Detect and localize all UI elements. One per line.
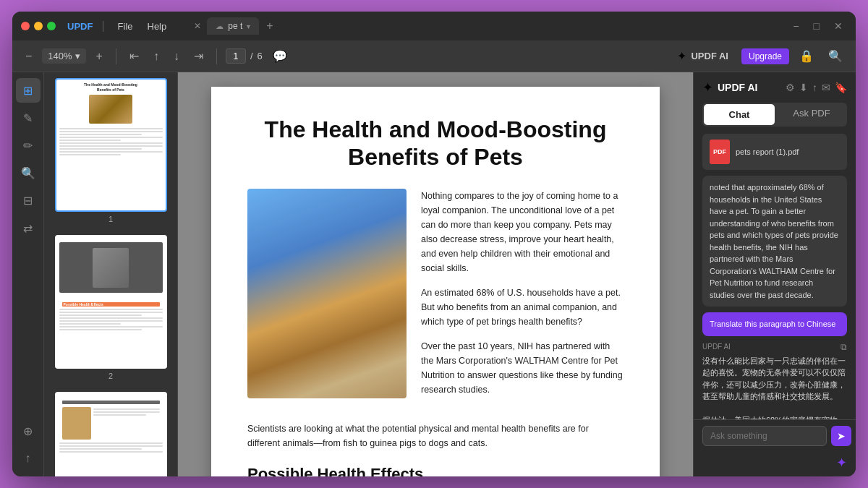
zoom-in-button[interactable]: + [92, 47, 107, 66]
window-controls: − □ ✕ [788, 19, 847, 33]
ai-file-name: pets report (1).pdf [736, 147, 799, 157]
page-total: 6 [258, 51, 263, 61]
ai-tabs: Chat Ask PDF [702, 103, 847, 127]
pdf-paragraph-3: Over the past 10 years, NIH has partnere… [421, 339, 624, 397]
toolbar-separator-2 [216, 48, 217, 64]
pdf-file-icon: PDF [710, 140, 730, 164]
thumbnail-page-2[interactable]: Possible Health Effects 2 [50, 235, 171, 380]
sidebar-tool-share[interactable]: ↑ [16, 446, 41, 471]
search-toolbar-icon[interactable]: 🔍 [824, 46, 847, 66]
ai-panel-header: ✦ UPDF AI ⚙ ⬇ ↑ ✉ 🔖 [694, 72, 856, 95]
minimize-button[interactable]: − [788, 19, 803, 33]
thumbnail-label-1: 1 [109, 215, 113, 223]
thumb-text-1 [56, 125, 166, 158]
thumb-title-1: The Health and Mood-BoostingBenefits of … [56, 80, 166, 93]
tab-close-button[interactable]: ✕ [191, 20, 204, 33]
thumbnail-img-3 [55, 392, 167, 476]
title-bar: UPDF | File Help ✕ ☁ pe t ▾ + − □ ✕ [12, 12, 856, 40]
toolbar-separator [116, 48, 116, 64]
sidebar-tool-convert[interactable]: ⇄ [16, 215, 41, 240]
tab-dropdown-icon[interactable]: ▾ [247, 22, 250, 30]
zoom-percent: 140% [48, 51, 72, 61]
upgrade-button[interactable]: Upgrade [741, 48, 789, 64]
page-separator: / [250, 51, 253, 61]
ai-message-bubble: noted that approximately 68% of househol… [702, 176, 847, 307]
ai-logo-text: UPDF AI [718, 82, 757, 93]
nav-last-button[interactable]: ⇥ [190, 46, 208, 66]
zoom-out-button[interactable]: − [21, 47, 36, 66]
pdf-page: The Health and Mood-Boosting Benefits of… [211, 87, 660, 476]
nav-prev-button[interactable]: ↑ [149, 47, 163, 66]
ai-user-bubble: Translate this paragraph to Chinese [702, 312, 847, 336]
ai-download-icon[interactable]: ⬇ [799, 82, 808, 93]
thumb-text-3 [56, 393, 166, 455]
maximize-window-button[interactable] [47, 22, 56, 30]
tab-area: ✕ ☁ pe t ▾ + [191, 17, 277, 35]
main-content: ⊞ ✎ ✏ 🔍 ⊟ ⇄ ⊕ ↑ The Health and Mood-Boos… [12, 72, 856, 476]
sidebar-tool-search[interactable]: 🔍 [16, 160, 41, 185]
title-divider: | [101, 20, 104, 33]
ai-input-field[interactable] [702, 426, 827, 446]
zoom-display[interactable]: 140% ▾ [42, 48, 85, 64]
traffic-lights [21, 22, 56, 30]
ai-response-label: UPDF AI [702, 343, 731, 351]
nav-next-button[interactable]: ↓ [169, 47, 184, 66]
ai-mail-icon[interactable]: ✉ [822, 82, 830, 93]
pdf-paragraph-1: Nothing compares to the joy of coming ho… [421, 189, 624, 275]
thumbnail-label-2: 2 [109, 372, 113, 380]
thumbnail-page-3[interactable] [50, 392, 171, 476]
ai-expand-icon[interactable]: ✦ [836, 455, 847, 471]
ai-response-text: 没有什么能比回家与一只忠诚的伴侣在一起的喜悦。宠物的无条件爱可以不仅仅陪伴你，还… [702, 355, 847, 420]
lock-icon[interactable]: 🔒 [795, 46, 818, 66]
sidebar-tool-organize[interactable]: ⊟ [16, 188, 41, 213]
minimize-window-button[interactable] [34, 22, 43, 30]
pdf-content-area: The Health and Mood-Boosting Benefits of… [178, 72, 693, 476]
ai-settings-icon[interactable]: ⚙ [786, 82, 795, 93]
sidebar-tool-layers[interactable]: ⊕ [16, 419, 41, 443]
close-button[interactable]: ✕ [830, 19, 847, 33]
ai-file-card: PDF pets report (1).pdf [702, 134, 847, 170]
ai-send-button[interactable]: ➤ [831, 426, 851, 446]
ai-response-block: UPDF AI ⧉ 没有什么能比回家与一只忠诚的伴侣在一起的喜悦。宠物的无条件爱… [702, 342, 847, 420]
ai-input-area: ➤ [694, 419, 856, 452]
left-sidebar: ⊞ ✎ ✏ 🔍 ⊟ ⇄ ⊕ ↑ [12, 72, 44, 476]
cat-photo [247, 189, 407, 398]
ai-panel-bottom: ✦ [694, 452, 856, 476]
tab-add-button[interactable]: + [262, 18, 277, 34]
ai-header-icons: ⚙ ⬇ ↑ ✉ 🔖 [786, 82, 847, 93]
ai-button-label: UPDF AI [691, 51, 728, 61]
app-logo: UPDF [67, 21, 93, 32]
ai-panel: ✦ UPDF AI ⚙ ⬇ ↑ ✉ 🔖 Chat Ask PDF [693, 72, 856, 476]
thumbnail-panel: The Health and Mood-BoostingBenefits of … [44, 72, 178, 476]
ai-copy-icon[interactable]: ⧉ [841, 342, 847, 352]
file-menu[interactable]: File [114, 20, 137, 33]
sidebar-tool-edit[interactable]: ✎ [16, 106, 41, 130]
thumbnail-page-1[interactable]: The Health and Mood-BoostingBenefits of … [50, 78, 171, 223]
restore-button[interactable]: □ [809, 19, 824, 33]
updf-ai-button[interactable]: ✦ UPDF AI [670, 46, 736, 66]
ai-bookmark-icon[interactable]: 🔖 [835, 82, 847, 93]
toolbar: − 140% ▾ + ⇤ ↑ ↓ ⇥ / 6 💬 ✦ UPDF AI Upgra… [12, 40, 856, 72]
sidebar-tool-pages[interactable]: ⊞ [16, 78, 41, 103]
tab-chat[interactable]: Chat [704, 104, 775, 125]
tab-label: pe t [228, 21, 242, 31]
ai-logo-star-icon: ✦ [702, 80, 713, 95]
close-window-button[interactable] [21, 22, 30, 30]
nav-first-button[interactable]: ⇤ [125, 46, 143, 66]
ai-logo: ✦ UPDF AI [702, 80, 757, 95]
page-number-input[interactable] [226, 48, 246, 64]
ai-upload-icon[interactable]: ↑ [812, 82, 817, 93]
thumbnail-img-2: Possible Health Effects [55, 235, 167, 369]
tab-pet[interactable]: ☁ pe t ▾ [207, 17, 259, 35]
sidebar-tool-annotate[interactable]: ✏ [16, 133, 41, 158]
help-menu[interactable]: Help [143, 20, 171, 33]
cloud-icon: ☁ [216, 22, 224, 31]
pdf-section-title: Possible Health Effects [247, 465, 624, 476]
toolbar-right: ✦ UPDF AI Upgrade 🔒 🔍 [670, 46, 847, 66]
ai-messages: PDF pets report (1).pdf noted that appro… [694, 127, 856, 419]
comment-button[interactable]: 💬 [268, 46, 292, 66]
pdf-paragraph-4: Scientists are looking at what the poten… [247, 421, 624, 450]
tab-ask-pdf[interactable]: Ask PDF [776, 103, 847, 127]
zoom-dropdown-icon: ▾ [75, 51, 80, 61]
thumb-cat-image-1 [89, 95, 132, 124]
